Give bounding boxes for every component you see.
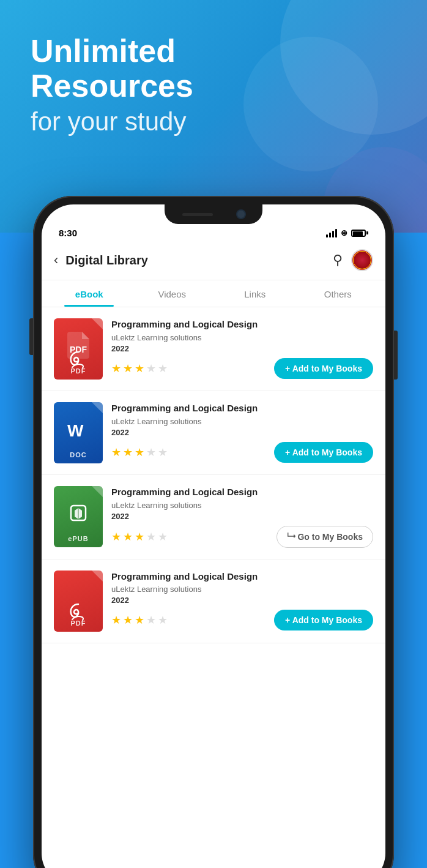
tab-others[interactable]: Others: [297, 280, 380, 307]
book-title: Programming and Logical Design: [111, 486, 373, 498]
avatar-emblem: [353, 251, 371, 269]
book-author: uLektz Learning solutions: [111, 417, 373, 426]
book-actions: ★ ★ ★ ★ ★ + Add to My Books: [111, 442, 373, 463]
book-year: 2022: [111, 596, 373, 605]
book-author: uLektz Learning solutions: [111, 501, 373, 510]
star-rating: ★ ★ ★ ★ ★: [111, 446, 168, 459]
svg-text:W: W: [67, 421, 84, 440]
phone-mockup: 8:30 ⊛: [33, 196, 394, 868]
star-rating: ★ ★ ★ ★ ★: [111, 362, 168, 375]
hero-decoration-circle2: [243, 37, 378, 171]
list-item: PDF PDF Programming and Logical Desi: [42, 307, 385, 391]
book-details: Programming and Logical Design uLektz Le…: [111, 318, 373, 379]
battery-icon: [351, 230, 368, 237]
book-actions: ★ ★ ★ ★ ★ + Add to My Books: [111, 610, 373, 630]
hero-title: UnlimitedResources: [31, 34, 193, 103]
signal-icon: [326, 229, 337, 238]
list-item: PDF Programming and Logical Design uLekt…: [42, 559, 385, 643]
search-icon[interactable]: ⚲: [333, 252, 343, 268]
list-item: W DOC Programming and Logical Design uLe…: [42, 391, 385, 475]
cover-type-label: ePUB: [68, 535, 88, 542]
book-cover-pdf: PDF PDF: [54, 318, 103, 380]
star-rating: ★ ★ ★ ★ ★: [111, 613, 168, 627]
book-cover-doc: W DOC: [54, 402, 103, 463]
book-year: 2022: [111, 512, 373, 521]
book-title: Programming and Logical Design: [111, 571, 373, 583]
star-rating: ★ ★ ★ ★ ★: [111, 530, 168, 544]
book-title: Programming and Logical Design: [111, 318, 373, 331]
book-year: 2022: [111, 428, 373, 437]
book-actions: ★ ★ ★ ★ ★ ⮡ Go to My Books: [111, 526, 373, 548]
tab-ebook[interactable]: eBook: [48, 280, 131, 307]
wifi-icon: ⊛: [341, 228, 347, 238]
add-to-my-books-button[interactable]: + Add to My Books: [274, 358, 373, 379]
book-year: 2022: [111, 344, 373, 353]
cover-type-label: DOC: [70, 451, 86, 458]
avatar[interactable]: [351, 249, 373, 271]
phone-notch: [165, 204, 262, 224]
book-list: PDF PDF Programming and Logical Desi: [42, 307, 385, 868]
tab-bar: eBook Videos Links Others: [42, 280, 385, 307]
notch-speaker: [182, 213, 213, 216]
status-icons: ⊛: [326, 228, 368, 238]
phone-body: 8:30 ⊛: [33, 196, 394, 868]
book-actions: ★ ★ ★ ★ ★ + Add to My Books: [111, 358, 373, 379]
app-header: ‹ Digital Library ⚲: [42, 243, 385, 280]
cover-type-label: PDF: [71, 367, 86, 375]
book-title: Programming and Logical Design: [111, 402, 373, 414]
book-cover-pdf2: PDF: [54, 571, 103, 632]
book-author: uLektz Learning solutions: [111, 585, 373, 594]
tab-videos[interactable]: Videos: [131, 280, 214, 307]
list-item: ePUB Programming and Logical Design uLek…: [42, 475, 385, 559]
go-to-my-books-button[interactable]: ⮡ Go to My Books: [277, 526, 373, 548]
book-cover-epub: ePUB: [54, 486, 103, 547]
book-details: Programming and Logical Design uLektz Le…: [111, 571, 373, 631]
tab-links[interactable]: Links: [214, 280, 297, 307]
add-to-my-books-button[interactable]: + Add to My Books: [274, 610, 373, 630]
page-title: Digital Library: [65, 253, 333, 268]
book-author: uLektz Learning solutions: [111, 333, 373, 342]
book-details: Programming and Logical Design uLektz Le…: [111, 486, 373, 548]
add-to-my-books-button[interactable]: + Add to My Books: [274, 442, 373, 463]
epub-file-icon: [65, 499, 92, 531]
back-button[interactable]: ‹: [54, 252, 58, 268]
cover-type-label: PDF: [71, 619, 86, 627]
doc-file-icon: W: [65, 416, 92, 447]
header-actions: ⚲: [333, 249, 373, 271]
hero-subtitle: for your study: [31, 107, 193, 137]
notch-camera: [237, 211, 245, 218]
book-details: Programming and Logical Design uLektz Le…: [111, 402, 373, 463]
hero-text: UnlimitedResources for your study: [31, 34, 193, 137]
status-time: 8:30: [59, 228, 77, 238]
phone-screen: 8:30 ⊛: [42, 204, 385, 868]
